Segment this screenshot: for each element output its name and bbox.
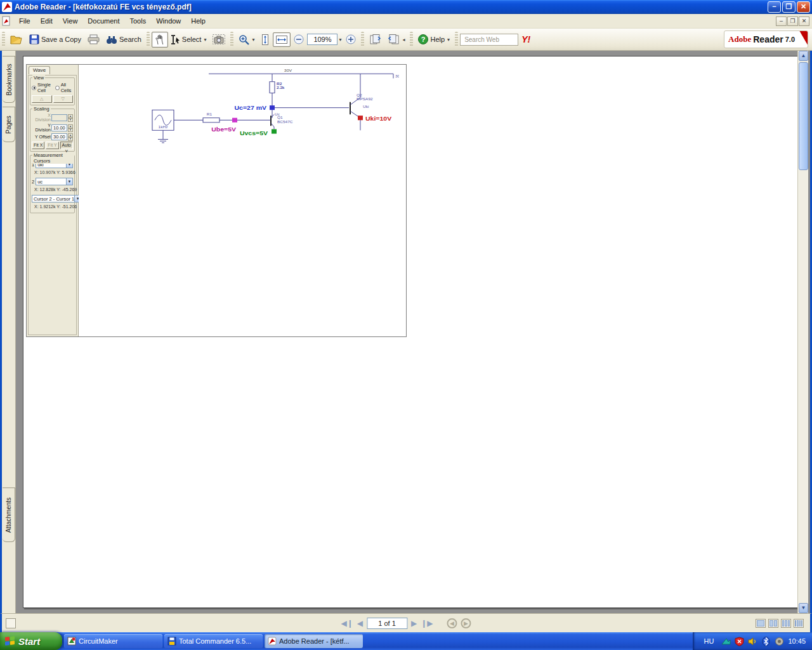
scroll-up-arrow[interactable]: ▲ xyxy=(799,51,808,61)
toolbar-grip[interactable] xyxy=(361,32,364,47)
next-view-button[interactable]: ◂ xyxy=(384,32,408,48)
single-page-layout-button[interactable] xyxy=(756,619,766,628)
y-offset-label: Y Offset xyxy=(32,135,51,139)
search-button[interactable]: Search xyxy=(103,32,145,47)
wave-down-button[interactable]: ▽ xyxy=(53,95,74,103)
spin-down-icon[interactable]: ▼ xyxy=(68,128,73,132)
fit-page-button[interactable] xyxy=(258,32,273,48)
open-button[interactable] xyxy=(7,32,26,48)
menu-tools[interactable]: Tools xyxy=(125,15,152,27)
continuous-facing-layout-button[interactable] xyxy=(794,619,804,628)
language-indicator[interactable]: HU xyxy=(700,637,718,646)
tab-bookmarks[interactable]: Bookmarks xyxy=(3,56,15,103)
cursor-signal-select[interactable]: Cursor 2 - Cursor 1▼ xyxy=(32,195,81,202)
taskbar-task-3[interactable]: Adobe Reader - [kétf... xyxy=(265,634,363,648)
hand-tool-icon xyxy=(155,34,165,45)
search-web-input[interactable]: Search Web xyxy=(460,34,518,46)
taskbar-task-2[interactable]: Total Commander 6.5... xyxy=(164,634,263,648)
select-label: Select xyxy=(182,36,202,43)
restore-button[interactable]: ❐ xyxy=(782,1,796,13)
yahoo-logo[interactable]: Y! xyxy=(521,34,530,44)
navigation-pane-toggle[interactable] xyxy=(6,618,16,628)
previous-page-button[interactable]: ◀ xyxy=(357,619,363,628)
document-close-button[interactable]: ✕ xyxy=(799,17,809,26)
fit-width-button[interactable] xyxy=(273,32,291,47)
save-a-copy-button[interactable]: Save a Copy xyxy=(26,32,84,47)
first-page-button[interactable]: ◀❙ xyxy=(341,619,353,628)
task-label: CircuitMaker xyxy=(79,637,118,645)
minimize-button[interactable]: − xyxy=(768,1,781,13)
tray-app-icon[interactable] xyxy=(721,637,731,646)
last-page-button[interactable]: ❙▶ xyxy=(421,619,433,628)
document-restore-button[interactable]: ❐ xyxy=(787,17,798,26)
uc-node xyxy=(270,105,275,110)
print-button[interactable] xyxy=(84,32,103,47)
help-button[interactable]: ? Help ▾ xyxy=(415,32,453,47)
volume-icon[interactable] xyxy=(748,637,757,646)
menu-edit[interactable]: Edit xyxy=(36,15,58,27)
fit-x-button[interactable]: Fit X xyxy=(32,142,44,149)
view-dropdown-arrow[interactable]: ◂ xyxy=(402,37,405,43)
menu-window[interactable]: Window xyxy=(151,15,186,27)
all-cells-radio[interactable] xyxy=(55,86,60,90)
zoom-in-tool-button[interactable]: ▾ xyxy=(235,32,258,48)
spin-down-icon[interactable]: ▼ xyxy=(68,118,73,122)
toolbar-grip[interactable] xyxy=(455,32,458,47)
zoom-dropdown-arrow[interactable]: ▾ xyxy=(252,37,254,43)
select-tool-button[interactable]: Select ▾ xyxy=(168,32,210,47)
y-offset-input[interactable]: 30.00 xyxy=(51,133,67,140)
page-number-input[interactable]: 1 of 1 xyxy=(367,618,407,629)
fit-y-button[interactable]: Fit Y xyxy=(46,142,58,149)
tab-attachments[interactable]: Attachments xyxy=(3,488,15,542)
hand-tool-button[interactable] xyxy=(152,32,168,48)
zoom-out-button[interactable] xyxy=(291,32,307,47)
cursor-signal-select[interactable]: uc▼ xyxy=(36,178,73,185)
y-offset-spinner[interactable]: ▲▼ xyxy=(68,133,73,140)
help-dropdown-arrow[interactable]: ▾ xyxy=(447,37,450,43)
cursor-readout: X: 1.9212k Y: -51.206 xyxy=(34,204,73,209)
close-button[interactable]: ✕ xyxy=(797,1,810,13)
toolbar-grip[interactable] xyxy=(2,32,5,47)
auto-y-button[interactable]: Auto Y xyxy=(60,142,73,149)
select-dropdown-arrow[interactable]: ▾ xyxy=(204,37,206,43)
next-view-circle-button[interactable]: ▶ xyxy=(461,618,471,628)
security-alert-icon[interactable] xyxy=(735,637,744,646)
schematic-drawing: 30V30VR22.2kR22.2kUc=27 mVUcQ2MPSA92Uki=… xyxy=(79,65,399,152)
document-minimize-button[interactable]: – xyxy=(776,17,787,26)
scroll-down-arrow[interactable]: ▼ xyxy=(799,603,808,613)
previous-view-button[interactable] xyxy=(366,32,384,48)
x-division-spinner[interactable]: ▲▼ xyxy=(68,114,73,121)
continuous-layout-button[interactable] xyxy=(768,619,778,628)
svg-text:MPSA92: MPSA92 xyxy=(357,96,373,101)
start-button[interactable]: Start xyxy=(0,632,62,650)
zoom-level-dropdown-arrow[interactable]: ▾ xyxy=(339,37,341,43)
next-page-button[interactable]: ▶ xyxy=(411,619,417,628)
menu-document[interactable]: Document xyxy=(82,15,124,27)
facing-layout-button[interactable] xyxy=(781,619,791,628)
y-division-input[interactable]: 10.00 xyxy=(51,124,67,131)
taskbar-task-1[interactable]: CircuitMaker xyxy=(64,634,162,648)
scrollbar-thumb[interactable] xyxy=(799,62,808,170)
vertical-scrollbar[interactable]: ▲ ▼ xyxy=(797,51,808,613)
wave-up-button[interactable]: △ xyxy=(32,95,52,103)
toolbar-grip[interactable] xyxy=(410,32,413,47)
wave-tab[interactable]: Wave xyxy=(29,66,50,74)
zoom-level-input[interactable]: 109% xyxy=(307,34,337,45)
toolbar-grip[interactable] xyxy=(230,32,233,47)
dropdown-arrow-icon[interactable]: ▼ xyxy=(66,178,72,185)
x-division-input[interactable] xyxy=(51,114,67,121)
bluetooth-icon[interactable] xyxy=(761,637,771,646)
zoom-in-button[interactable] xyxy=(343,32,359,47)
audio-device-icon[interactable] xyxy=(775,637,784,646)
tab-pages[interactable]: Pages xyxy=(3,107,15,142)
previous-view-circle-button[interactable]: ◀ xyxy=(447,618,457,628)
snapshot-tool-button[interactable] xyxy=(209,32,228,47)
y-division-spinner[interactable]: ▲▼ xyxy=(68,124,73,131)
menu-file[interactable]: File xyxy=(14,15,36,27)
spin-down-icon[interactable]: ▼ xyxy=(68,137,73,141)
menu-view[interactable]: View xyxy=(58,15,83,27)
toolbar-grip[interactable] xyxy=(147,32,150,47)
single-cell-radio[interactable] xyxy=(32,86,36,90)
menu-help[interactable]: Help xyxy=(186,15,211,27)
cursor-signal-value: Cursor 2 - Cursor 1 xyxy=(32,196,74,202)
